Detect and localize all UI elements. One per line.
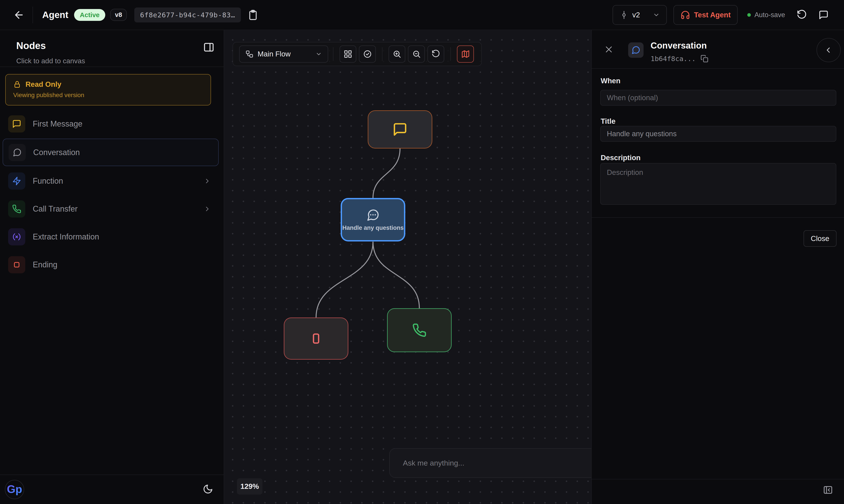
sidebar-item-label: First Message <box>33 119 83 128</box>
chevron-down-icon <box>315 51 322 57</box>
panel-right-icon <box>203 41 214 53</box>
call-transfer-node-icon <box>412 323 427 338</box>
panel-collapse-button[interactable] <box>816 38 841 62</box>
chevron-left-icon <box>824 46 833 54</box>
sidebar-collapse-button[interactable] <box>203 41 214 53</box>
panel-close-button[interactable] <box>604 45 613 54</box>
sidebar-title: Nodes <box>16 40 215 51</box>
conversation-icon <box>8 144 26 161</box>
zoom-out-icon <box>412 50 421 58</box>
toolbar-divider <box>333 47 333 61</box>
collapse-panel-corner-button[interactable] <box>823 485 833 495</box>
panel-left-collapse-icon <box>823 485 833 495</box>
sidebar-item-call-transfer[interactable]: Call Transfer <box>0 195 224 223</box>
node-call-transfer[interactable] <box>387 308 452 352</box>
nodes-sidebar: Nodes Click to add to canvas Read Only V… <box>0 30 224 504</box>
autosave-status-dot <box>747 13 751 17</box>
workflow-icon <box>245 50 253 58</box>
svg-text:Gp: Gp <box>7 483 22 496</box>
flow-canvas[interactable]: Handle any questions Main Flow <box>224 30 591 504</box>
node-label: Handle any questions <box>342 224 404 231</box>
copy-agent-id-button[interactable] <box>247 10 259 20</box>
minimap-toggle-button[interactable] <box>457 46 474 62</box>
when-label: When <box>601 77 620 85</box>
sidebar-item-extract-information[interactable]: Extract Information <box>0 223 224 251</box>
app-root: Agent Active v8 6f8e2677-b94c-479b-83… v… <box>0 0 844 504</box>
description-label: Description <box>601 154 641 162</box>
chevron-right-icon <box>204 205 211 213</box>
first-message-icon <box>8 115 25 132</box>
flow-selector[interactable]: Main Flow <box>239 46 328 62</box>
test-agent-button[interactable]: Test Agent <box>673 5 738 25</box>
undo-history-button[interactable] <box>796 10 807 20</box>
agent-id-chip: 6f8e2677-b94c-479b-83… <box>134 7 241 22</box>
status-badge: Active <box>74 9 105 21</box>
headphones-icon <box>681 10 690 20</box>
sidebar-item-first-message[interactable]: First Message <box>0 110 224 138</box>
rotate-ccw-icon <box>432 50 440 58</box>
auto-layout-button[interactable] <box>339 46 356 62</box>
lock-icon <box>13 80 21 88</box>
feedback-button[interactable] <box>819 10 829 20</box>
node-type-list: First Message Conversation Function <box>0 110 224 278</box>
read-only-subtitle: Viewing published version <box>13 92 203 98</box>
sidebar-subtitle: Click to add to canvas <box>16 57 215 65</box>
node-conversation[interactable]: Handle any questions <box>341 198 405 241</box>
version-selector[interactable]: v2 <box>613 5 667 25</box>
ending-icon <box>8 256 25 273</box>
function-icon <box>8 173 25 190</box>
copy-node-id-button[interactable] <box>701 55 708 62</box>
brand-logo: Gp <box>4 480 24 500</box>
sidebar-item-label: Call Transfer <box>33 204 77 214</box>
chat-bubble-icon <box>819 10 829 20</box>
version-badge: v8 <box>110 9 127 21</box>
panel-title: Conversation <box>651 41 707 51</box>
sidebar-item-label: Extract Information <box>33 232 99 241</box>
conversation-node-icon <box>366 208 380 222</box>
node-ending[interactable] <box>284 318 348 360</box>
map-icon <box>461 50 470 58</box>
sidebar-item-ending[interactable]: Ending <box>0 251 224 278</box>
autosave-indicator: Auto-save <box>747 11 785 19</box>
toolbar-divider <box>450 47 451 61</box>
description-input[interactable] <box>600 163 836 205</box>
grid-layout-icon <box>344 50 352 58</box>
sidebar-divider <box>0 67 224 67</box>
node-first-message[interactable] <box>368 110 432 148</box>
panel-bottom-divider <box>592 479 844 480</box>
read-only-title: Read Only <box>25 80 61 89</box>
first-message-node-icon <box>392 122 407 137</box>
when-input[interactable] <box>600 90 836 106</box>
sidebar-item-label: Function <box>33 176 63 186</box>
close-panel-button[interactable]: Close <box>804 230 837 247</box>
validate-flow-button[interactable] <box>359 46 376 62</box>
back-button[interactable] <box>13 9 24 21</box>
node-detail-panel: Conversation 1b64f8ca... When Title Desc… <box>591 30 844 504</box>
close-icon <box>604 45 613 54</box>
flow-edges <box>224 30 591 504</box>
flow-selector-value: Main Flow <box>258 50 291 58</box>
ask-ai-input[interactable] <box>389 448 591 478</box>
sidebar-footer: Gp <box>0 474 224 504</box>
chevron-right-icon <box>204 177 211 185</box>
sidebar-item-conversation[interactable]: Conversation <box>3 139 219 166</box>
title-label: Title <box>601 117 615 125</box>
ending-node-icon <box>309 331 324 346</box>
sidebar-header: Nodes Click to add to canvas <box>0 30 224 65</box>
circle-check-icon <box>363 50 372 58</box>
sidebar-item-label: Ending <box>33 260 57 269</box>
rotate-ccw-icon <box>796 10 807 20</box>
zoom-level-badge: 129% <box>237 478 262 494</box>
zoom-out-button[interactable] <box>408 46 425 62</box>
zoom-in-button[interactable] <box>389 46 405 62</box>
theme-toggle-button[interactable] <box>203 484 213 494</box>
header-divider <box>33 6 33 23</box>
sidebar-item-function[interactable]: Function <box>0 167 224 195</box>
test-agent-label: Test Agent <box>694 11 731 19</box>
panel-node-type-icon <box>628 42 644 58</box>
panel-node-id: 1b64f8ca... <box>651 55 696 62</box>
title-input[interactable] <box>600 126 836 142</box>
git-commit-icon <box>620 11 628 19</box>
toolbar-divider <box>382 47 383 61</box>
reset-view-button[interactable] <box>427 46 444 62</box>
